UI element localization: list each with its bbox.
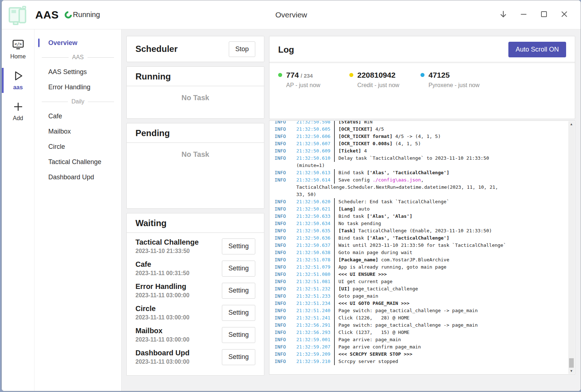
log-line: INFO21:32:50.637Wait until 2023-11-10 21… xyxy=(275,242,564,249)
log-message: Save config ./config\aas.json, xyxy=(338,176,564,184)
task-setting-button[interactable]: Setting xyxy=(222,305,255,321)
stat-value: 220810942 xyxy=(357,71,399,79)
log-separator xyxy=(334,176,335,184)
scroll-down-icon[interactable]: ▼ xyxy=(568,368,574,374)
minimize-icon xyxy=(519,9,528,20)
log-message: Page switch: page_tactical_challenge -> … xyxy=(338,322,564,329)
nav-item-cafe[interactable]: Cafe xyxy=(34,109,121,124)
log-time: 21:32:59.001 xyxy=(296,336,334,343)
stat-label: Pyroxene - just now xyxy=(428,82,480,89)
waiting-task-row: Circle2023-11-11 03:00:00Setting xyxy=(127,302,264,324)
log-level: INFO xyxy=(275,220,296,227)
log-separator xyxy=(334,147,335,155)
log-line: INFO21:32:50.607[OCR_TICKET 0.008s] (4, … xyxy=(275,140,564,147)
log-level: INFO xyxy=(275,176,296,184)
log-lines: INFO21:32:50.598[Status] WININFO21:32:50… xyxy=(275,121,564,365)
pending-title: Pending xyxy=(127,128,264,138)
stat-text: 774/ 234AP - just now xyxy=(286,71,320,89)
task-setting-button[interactable]: Setting xyxy=(222,261,255,277)
scheduler-card: Scheduler Stop xyxy=(126,36,264,62)
side-nav: OverviewAASAAS SettingsError HandlingDai… xyxy=(34,29,122,391)
task-next-run: 2023-11-11 00:31:50 xyxy=(135,270,190,277)
nav-item-circle[interactable]: Circle xyxy=(34,139,121,154)
log-time: 21:32:51.233 xyxy=(296,293,334,300)
task-info: Circle2023-11-11 03:00:00 xyxy=(135,305,190,321)
nav-item-overview[interactable]: Overview xyxy=(34,35,121,50)
log-message: [Lang] auto xyxy=(338,205,564,213)
log-line: 33, 50) xyxy=(275,191,564,198)
log-title: Log xyxy=(278,45,294,55)
log-message: [OCR_TICKET 0.008s] (4, 1, 5) xyxy=(338,140,564,147)
nav-item-mailbox[interactable]: Mailbox xyxy=(34,124,121,139)
log-level: INFO xyxy=(275,285,296,293)
log-level: INFO xyxy=(275,300,296,307)
log-line: INFO21:32:50.610Delay task `TacticalChal… xyxy=(275,155,564,162)
log-line: INFO21:32:50.621[Lang] auto xyxy=(275,205,564,213)
nav-section-label: Daily xyxy=(72,98,85,105)
log-message: TacticalChallenge.Scheduler.NextRun=date… xyxy=(296,184,564,191)
log-stat: 774/ 234AP - just now xyxy=(278,71,349,89)
download-icon xyxy=(499,9,508,20)
log-time: 21:32:50.636 xyxy=(296,234,334,242)
log-message: No task pending xyxy=(338,220,564,227)
window-maximize-button[interactable] xyxy=(536,7,552,23)
window-minimize-button[interactable] xyxy=(515,7,532,23)
nav-item-dashboard-upd[interactable]: Dashboard Upd xyxy=(34,170,121,185)
nav-item-aas-settings[interactable]: AAS Settings xyxy=(34,64,121,79)
rail-item-home[interactable]: </>Home xyxy=(2,35,34,64)
log-level: INFO xyxy=(275,121,296,126)
log-level: INFO xyxy=(275,256,296,264)
waiting-task-row: Mailbox2023-11-11 03:00:00Setting xyxy=(127,324,264,346)
task-name: Circle xyxy=(135,305,190,313)
log-time: 21:32:50.637 xyxy=(296,242,334,249)
log-message: <<< UI GOTO PAGE_MAIN >>> xyxy=(338,300,564,307)
auto-scroll-button[interactable]: Auto Scroll ON xyxy=(508,42,566,57)
log-separator xyxy=(334,121,335,126)
log-level: INFO xyxy=(275,205,296,213)
log-separator xyxy=(334,220,335,227)
pending-empty-text: No Task xyxy=(127,150,264,159)
task-name: Tactical Challenge xyxy=(135,238,199,246)
log-time: 21:32:50.621 xyxy=(296,205,334,213)
waiting-title: Waiting xyxy=(127,218,264,228)
log-view[interactable]: INFO21:32:50.598[Status] WININFO21:32:50… xyxy=(269,121,575,375)
main-row: </>HomeaasAdd OverviewAASAAS SettingsErr… xyxy=(2,29,581,391)
nav-section-label: AAS xyxy=(72,54,84,61)
log-level: INFO xyxy=(275,198,296,205)
log-message: Page arrive confirm page_main xyxy=(338,343,564,351)
task-setting-button[interactable]: Setting xyxy=(222,327,255,343)
task-setting-button[interactable]: Setting xyxy=(222,349,255,365)
running-empty-text: No Task xyxy=(127,94,264,102)
task-setting-button[interactable]: Setting xyxy=(222,238,255,254)
task-setting-button[interactable]: Setting xyxy=(222,283,255,299)
stat-value: 774/ 234 xyxy=(286,71,320,79)
log-line: INFO21:32:50.634No task pending xyxy=(275,220,564,227)
log-scrollbar[interactable]: ▲ ▼ xyxy=(568,121,574,374)
log-separator xyxy=(334,300,335,307)
stat-dot-icon xyxy=(278,73,282,77)
tasks-column: Scheduler Stop Running No Task Pending N… xyxy=(126,36,264,375)
log-level: INFO xyxy=(275,126,296,133)
titlebar: AAS Running Overview xyxy=(2,0,581,29)
rail-item-aas[interactable]: aas xyxy=(2,66,34,95)
nav-item-error-handling[interactable]: Error Handling xyxy=(34,79,121,95)
running-card: Running No Task xyxy=(126,66,264,119)
log-line: INFO21:32:50.638Goto main page during wa… xyxy=(275,249,564,256)
rail-item-add[interactable]: Add xyxy=(2,97,34,126)
scroll-up-icon[interactable]: ▲ xyxy=(568,121,574,127)
stat-label: AP - just now xyxy=(286,82,320,89)
stop-button[interactable]: Stop xyxy=(229,41,255,57)
content-area: Scheduler Stop Running No Task Pending N… xyxy=(122,29,581,391)
task-next-run: 2023-11-11 03:00:00 xyxy=(135,359,190,365)
log-level: INFO xyxy=(275,133,296,140)
nav-item-tactical-challenge[interactable]: Tactical Challenge xyxy=(34,154,121,170)
task-info: Error Handling2023-11-11 03:00:00 xyxy=(135,282,190,299)
running-spinner-icon xyxy=(63,9,73,20)
log-separator xyxy=(334,126,335,133)
log-line: INFO21:32:50.606[OCR_TICKET format] 4/5 … xyxy=(275,133,564,140)
window-close-button[interactable] xyxy=(556,7,573,23)
window-download-button[interactable] xyxy=(495,7,512,23)
nav-section-divider: AAS xyxy=(34,50,121,64)
scrollbar-thumb[interactable] xyxy=(569,358,574,368)
task-info: Tactical Challenge2023-11-10 21:33:50 xyxy=(135,238,199,254)
